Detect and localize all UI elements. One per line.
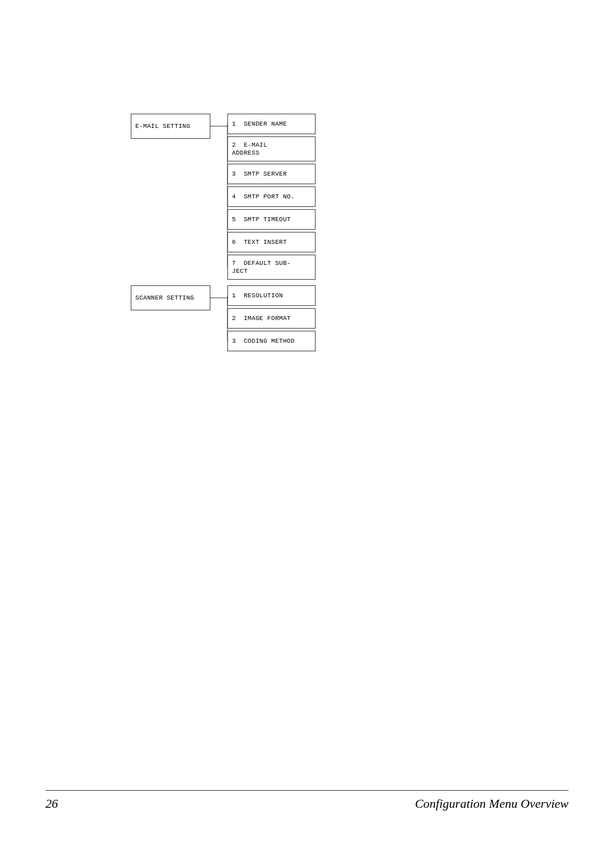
footer-page-number: 26 bbox=[45, 796, 58, 811]
sub-item-sender-name: 1 SENDER NAME bbox=[227, 114, 316, 134]
page: E-MAIL SETTING 1 SENDER NAME 2 E-MAILADD… bbox=[0, 0, 614, 868]
category-scanner-setting: SCANNER SETTING bbox=[131, 285, 210, 310]
footer-title: Configuration Menu Overview bbox=[415, 796, 569, 811]
sub-item-coding-method: 3 CODING METHOD bbox=[227, 331, 316, 351]
sub-item-email-address: 2 E-MAILADDRESS bbox=[227, 136, 316, 161]
diagram-container: E-MAIL SETTING 1 SENDER NAME 2 E-MAILADD… bbox=[131, 114, 358, 351]
sub-item-smtp-server: 3 SMTP SERVER bbox=[227, 164, 316, 184]
footer: 26 Configuration Menu Overview bbox=[45, 790, 569, 811]
sub-item-default-subject: 7 DEFAULT SUB-JECT bbox=[227, 255, 316, 280]
sub-item-smtp-port: 4 SMTP PORT NO. bbox=[227, 186, 316, 207]
sub-item-resolution: 1 RESOLUTION bbox=[227, 285, 316, 306]
category-email-setting: E-MAIL SETTING bbox=[131, 114, 210, 139]
sub-item-text-insert: 6 TEXT INSERT bbox=[227, 232, 316, 252]
sub-item-image-format: 2 IMAGE FORMAT bbox=[227, 308, 316, 329]
sub-item-smtp-timeout: 5 SMTP TIMEOUT bbox=[227, 209, 316, 230]
